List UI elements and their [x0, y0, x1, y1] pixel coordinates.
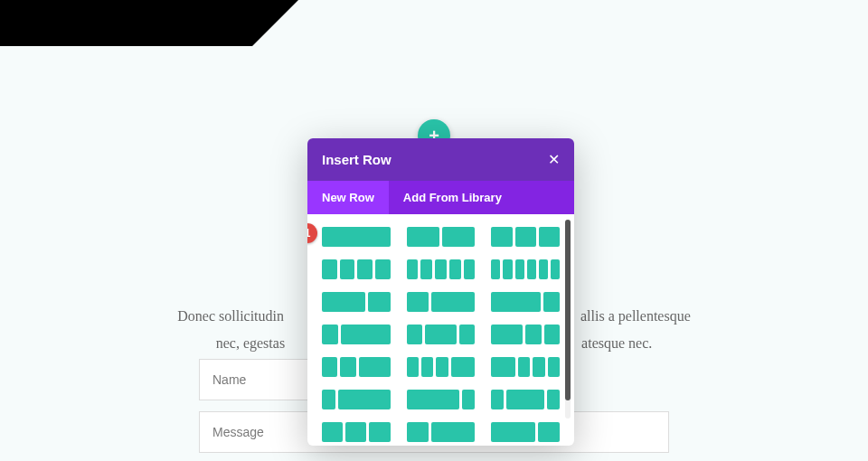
- layout-1-3-1[interactable]: [491, 390, 560, 409]
- tab-new-row[interactable]: New Row: [307, 181, 389, 214]
- modal-header: Insert Row ✕: [307, 138, 574, 181]
- layout-2-1-1[interactable]: [491, 325, 560, 344]
- layout-2col[interactable]: [407, 227, 476, 247]
- layout-6col[interactable]: [491, 259, 560, 279]
- layout-1-1-2[interactable]: [322, 357, 391, 377]
- insert-row-modal: Insert Row ✕ New Row Add From Library 1: [307, 138, 574, 446]
- layout-2-1[interactable]: [322, 292, 391, 312]
- layout-extra-c[interactable]: [491, 422, 560, 442]
- layout-1-2-1[interactable]: [407, 325, 476, 344]
- layout-5col[interactable]: [407, 259, 476, 279]
- message-field-label: Message: [212, 425, 264, 439]
- layout-2-1-1-1[interactable]: [491, 357, 560, 377]
- modal-scroll-thumb[interactable]: [565, 220, 571, 400]
- layout-1-1-1-2[interactable]: [407, 357, 476, 377]
- layout-extra-a[interactable]: [322, 422, 391, 442]
- layout-3-1[interactable]: [491, 292, 560, 312]
- layout-1-4[interactable]: [322, 390, 391, 409]
- modal-body: 1: [307, 214, 574, 446]
- modal-scrollbar[interactable]: [565, 220, 571, 419]
- annotation-badge: 1: [307, 223, 317, 243]
- layout-1-2[interactable]: [407, 292, 476, 312]
- modal-title: Insert Row: [322, 152, 392, 167]
- tab-add-from-library[interactable]: Add From Library: [389, 181, 516, 214]
- close-icon[interactable]: ✕: [548, 151, 560, 168]
- layout-4-1[interactable]: [407, 390, 476, 409]
- layout-3col[interactable]: [491, 227, 560, 247]
- layout-4col[interactable]: [322, 259, 391, 279]
- layout-1-3[interactable]: [322, 325, 391, 344]
- layout-1col[interactable]: [322, 227, 391, 247]
- name-field-label: Name: [212, 372, 246, 387]
- modal-tabs: New Row Add From Library: [307, 181, 574, 214]
- layout-extra-b[interactable]: [407, 422, 476, 442]
- header-corner: [0, 0, 252, 46]
